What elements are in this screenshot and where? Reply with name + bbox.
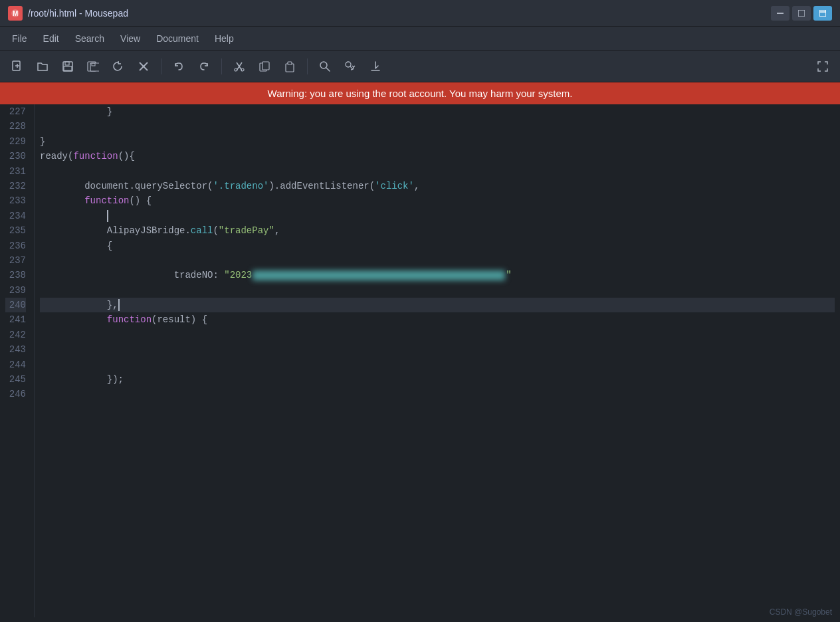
new-file-button[interactable] <box>7 56 28 77</box>
line-num-237: 237 <box>5 253 26 268</box>
line-num-230: 230 <box>5 149 26 163</box>
save-as-button[interactable] <box>82 56 104 77</box>
code-line-236: { <box>40 239 835 253</box>
cut-button[interactable] <box>229 56 250 77</box>
separator-2 <box>221 58 222 74</box>
title-bar-left: M /root/hi.html - Mousepad <box>8 6 128 21</box>
line-num-232: 232 <box>5 179 26 193</box>
warning-text: Warning: you are using the root account.… <box>268 88 573 99</box>
line-num-242: 242 <box>5 328 26 342</box>
line-num-228: 228 <box>5 119 26 134</box>
reload-button[interactable] <box>108 56 129 77</box>
svg-rect-24 <box>288 62 292 64</box>
code-line-238: tradeNO: "2023" <box>40 268 835 282</box>
separator-1 <box>161 58 161 74</box>
find-replace-button[interactable] <box>340 56 361 77</box>
svg-rect-2 <box>777 13 784 14</box>
code-line-228 <box>40 119 835 134</box>
code-line-246 <box>40 387 835 401</box>
menu-bar: File Edit Search View Document Help <box>0 27 840 51</box>
code-line-244 <box>40 358 835 372</box>
line-num-246: 246 <box>5 387 26 401</box>
close-tab-button[interactable] <box>133 56 154 77</box>
redo-button[interactable] <box>193 56 215 77</box>
watermark-text: CSDN @Sugobet <box>770 607 832 617</box>
restore-button[interactable] <box>792 6 811 21</box>
copy-button[interactable] <box>254 56 275 77</box>
line-num-244: 244 <box>5 358 26 372</box>
line-num-227: 227 <box>5 104 26 119</box>
editor[interactable]: 227 228 229 230 231 232 233 234 235 236 … <box>0 104 840 617</box>
code-line-230: ready(function(){ <box>40 149 835 163</box>
svg-rect-3 <box>798 10 805 17</box>
svg-rect-11 <box>64 66 72 70</box>
code-line-240: }, <box>40 298 835 312</box>
code-line-237 <box>40 253 835 268</box>
line-num-245: 245 <box>5 372 26 387</box>
open-file-button[interactable] <box>32 56 53 77</box>
maximize-button[interactable] <box>813 6 832 21</box>
fullscreen-button[interactable] <box>812 56 833 77</box>
menu-file[interactable]: File <box>5 31 34 47</box>
line-numbers: 227 228 229 230 231 232 233 234 235 236 … <box>0 104 35 617</box>
svg-rect-23 <box>286 64 294 72</box>
minimize-button[interactable] <box>771 6 789 21</box>
warning-banner: Warning: you are using the root account.… <box>0 82 840 104</box>
line-num-238: 238 <box>5 268 26 282</box>
app-icon: M <box>8 6 23 21</box>
code-line-241: function(result) { <box>40 312 835 327</box>
window-title: /root/hi.html - Mousepad <box>28 8 128 19</box>
svg-rect-22 <box>262 62 269 70</box>
toolbar <box>0 51 840 82</box>
code-area[interactable]: } } ready(function(){ document.querySele… <box>35 104 840 617</box>
menu-view[interactable]: View <box>114 31 147 47</box>
line-num-231: 231 <box>5 164 26 179</box>
code-line-227: } <box>40 104 835 119</box>
code-line-239 <box>40 283 835 298</box>
undo-button[interactable] <box>168 56 189 77</box>
line-num-243: 243 <box>5 342 26 357</box>
code-line-242 <box>40 328 835 342</box>
code-line-234 <box>40 209 835 223</box>
line-num-235: 235 <box>5 223 26 238</box>
svg-text:M: M <box>13 10 18 17</box>
code-line-235: AlipayJSBridge.call("tradePay", <box>40 223 835 238</box>
menu-help[interactable]: Help <box>208 31 241 47</box>
title-bar: M /root/hi.html - Mousepad <box>0 0 840 27</box>
code-line-232: document.querySelector('.tradeno').addEv… <box>40 179 835 193</box>
save-button[interactable] <box>57 56 78 77</box>
code-line-233: function() { <box>40 193 835 208</box>
line-num-241: 241 <box>5 312 26 327</box>
svg-line-28 <box>350 66 353 69</box>
svg-rect-4 <box>819 10 826 17</box>
line-num-234: 234 <box>5 209 26 223</box>
watermark: CSDN @Sugobet <box>770 607 832 617</box>
code-line-243 <box>40 342 835 357</box>
line-num-236: 236 <box>5 239 26 253</box>
code-line-231 <box>40 164 835 179</box>
goto-line-button[interactable] <box>365 56 386 77</box>
code-line-245: }); <box>40 372 835 387</box>
window-controls[interactable] <box>771 6 832 21</box>
line-num-239: 239 <box>5 283 26 298</box>
menu-search[interactable]: Search <box>68 31 111 47</box>
menu-edit[interactable]: Edit <box>37 31 66 47</box>
code-line-229: } <box>40 134 835 149</box>
line-num-233: 233 <box>5 193 26 208</box>
menu-document[interactable]: Document <box>150 31 205 47</box>
line-num-229: 229 <box>5 134 26 149</box>
paste-button[interactable] <box>279 56 300 77</box>
find-button[interactable] <box>314 56 336 77</box>
line-num-240: 240 <box>5 298 26 312</box>
svg-line-26 <box>326 68 330 71</box>
separator-3 <box>307 58 308 74</box>
